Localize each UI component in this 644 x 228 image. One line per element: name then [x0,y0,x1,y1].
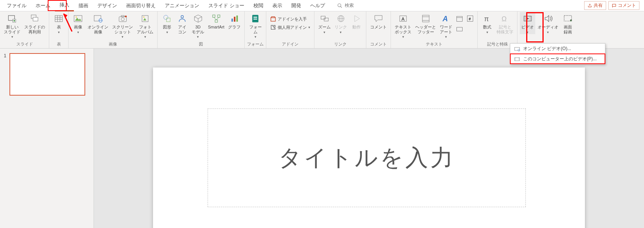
online-video-menuitem[interactable]: オンライン ビデオ(O)... [510,44,605,54]
screenshot-icon [117,13,128,24]
svg-point-26 [143,16,144,17]
zoom-icon [319,13,330,24]
chevron-down-icon: ▾ [122,35,123,39]
icons-button[interactable]: アイ コン [175,12,189,34]
tab-draw[interactable]: 描画 [74,0,93,11]
tab-home[interactable]: ホーム [31,0,55,11]
svg-rect-28 [166,18,170,22]
chevron-down-icon: ▾ [547,30,549,34]
svg-rect-43 [271,18,275,21]
wordart-button[interactable]: A ワード アート ▾ [438,12,454,39]
my-addins-button[interactable]: 個人用アドイン ▾ [269,24,312,31]
video-button[interactable]: ビデオ ▾ [520,12,535,34]
forms-button[interactable]: フォー ム ▾ [248,12,263,39]
tab-slideshow[interactable]: スライド ショー [204,0,249,11]
smartart-button[interactable]: SmartArt [206,12,226,30]
table-button[interactable]: 表 ▾ [52,12,66,34]
svg-text:#: # [469,17,471,21]
group-label-slides: スライド [16,41,33,48]
title-placeholder[interactable]: タイトルを入力 [208,108,526,207]
zoom-button[interactable]: ズーム ▾ [317,12,332,34]
cube-icon [193,13,203,24]
tab-design[interactable]: デザイン [93,0,122,11]
get-addins-button[interactable]: アドインを入手 [269,15,312,23]
svg-rect-32 [213,15,215,17]
tab-animations[interactable]: アニメーション [160,0,204,11]
tab-developer[interactable]: 開発 [287,0,306,11]
equation-icon: π [482,13,492,24]
group-addins: アドインを入手 個人用アドイン ▾ アドイン [266,11,314,48]
new-comment-icon [373,13,384,24]
audio-button[interactable]: オーディオ ▾ [536,12,560,34]
chevron-down-icon: ▾ [527,30,528,34]
svg-rect-42 [254,19,258,19]
table-icon [53,13,64,24]
comment-button[interactable]: コメント [369,12,388,30]
slide-canvas-area[interactable]: タイトルを入力 [94,49,644,228]
link-button[interactable]: リンク ▾ [333,12,349,34]
slide-thumbnail-1[interactable] [9,53,85,96]
svg-point-0 [338,3,341,6]
title-placeholder-text: タイトルを入力 [278,143,455,173]
svg-rect-60 [457,27,463,31]
symbol-button[interactable]: Ω 記号と 特殊文字 [495,12,515,34]
symbol-icon: Ω [500,13,510,24]
date-time-button[interactable] [455,14,464,24]
group-comments: コメント コメント [366,11,391,48]
screen-recording-button[interactable]: + 画面 録画 [561,12,575,34]
action-button[interactable]: 動作 [349,12,364,30]
equation-button[interactable]: π 数式 ▾ [480,12,494,34]
search-box[interactable]: 検索 [330,2,361,9]
shapes-icon [162,13,172,24]
tab-view[interactable]: 表示 [268,0,287,11]
slide-thumbnails-panel: 1 [0,49,94,228]
screen-recording-icon: + [563,13,573,24]
svg-line-1 [340,6,342,8]
shapes-button[interactable]: 図形 ▾ [160,12,174,34]
picture-button[interactable]: 画像 ▾ [71,12,85,34]
svg-text:Ω: Ω [502,15,506,23]
textbox-button[interactable]: A テキスト ボックス ▾ [393,12,413,39]
group-label-illustrations: 図 [199,41,203,48]
reuse-slides-button[interactable]: スライドの 再利用 [23,12,47,34]
header-footer-button[interactable]: ヘッダーと フッター [414,12,438,34]
tab-insert[interactable]: 挿入 [55,0,74,11]
tab-transitions[interactable]: 画面切り替え [122,0,160,11]
group-tables: 表 ▾ 表 [49,11,69,48]
svg-point-27 [164,15,168,19]
group-label-addins: アドイン [282,41,299,48]
group-label-images: 画像 [109,41,117,48]
3d-models-button[interactable]: 3D モデル ▾ [190,12,206,39]
smartart-icon [211,13,222,24]
photo-album-button[interactable]: フォト アルバム ▾ [135,12,155,39]
comments-button[interactable]: コメント [608,1,639,10]
chevron-down-icon: ▾ [445,35,447,39]
svg-rect-33 [217,15,220,17]
svg-line-35 [214,17,216,20]
video-on-pc-menuitem[interactable]: このコンピューター上のビデオ(P)... [510,54,605,64]
tab-help[interactable]: ヘルプ [306,0,330,11]
new-slide-button[interactable]: 新しい スライド ▾ [2,12,22,39]
screenshot-button[interactable]: スクリーン ショット ▾ [111,12,134,39]
svg-rect-56 [457,16,463,21]
chevron-down-icon: ▾ [77,30,79,34]
share-button[interactable]: 共有 [584,1,606,10]
svg-text:A: A [442,14,448,23]
tab-file[interactable]: ファイル [2,0,31,11]
svg-rect-37 [231,19,233,22]
svg-rect-7 [33,17,38,21]
svg-rect-8 [55,16,63,22]
online-pictures-button[interactable]: オンライン 画像 [86,12,110,34]
slide[interactable]: タイトルを入力 [153,68,585,228]
object-button[interactable] [455,24,464,34]
svg-rect-22 [121,16,124,17]
chevron-down-icon: ▾ [324,30,325,34]
chart-button[interactable]: グラフ [227,12,242,30]
group-slides: 新しい スライド ▾ スライドの 再利用 スライド [0,11,49,48]
video-dropdown-menu: オンライン ビデオ(O)... このコンピューター上のビデオ(P)... [510,43,605,64]
slide-number-button[interactable]: # [465,14,475,24]
svg-line-36 [216,17,219,20]
tab-review[interactable]: 校閲 [249,0,268,11]
svg-rect-71 [514,47,519,50]
ribbon-tabs: ファイル ホーム 挿入 描画 デザイン 画面切り替え アニメーション スライド … [0,0,644,11]
